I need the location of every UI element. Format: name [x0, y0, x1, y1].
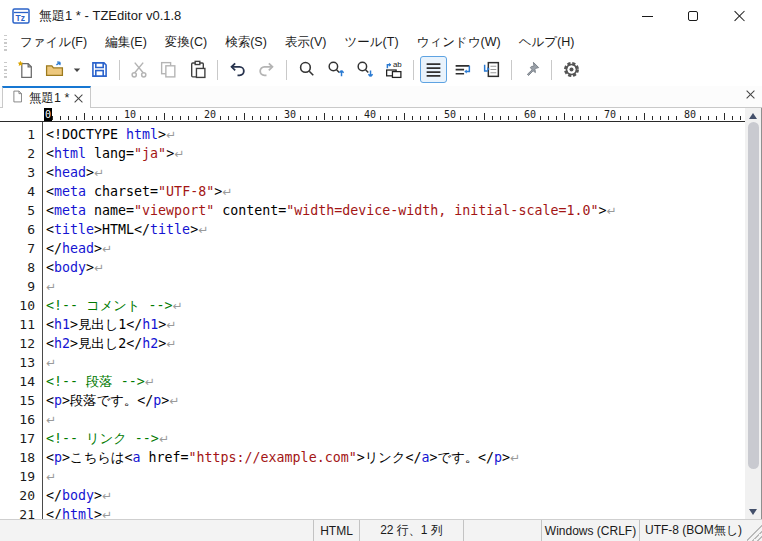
maximize-icon	[688, 11, 698, 21]
eol-mark: ↵	[159, 432, 169, 446]
cut-button[interactable]	[126, 56, 153, 83]
menu-item-5[interactable]: 表示(V)	[276, 32, 336, 53]
wrap-page-button[interactable]	[478, 56, 505, 83]
eol-mark: ↵	[94, 261, 104, 275]
line-number: 21	[0, 505, 42, 519]
code-line-17: <!-- リンク -->↵	[46, 429, 745, 448]
cut-icon	[130, 60, 149, 79]
menu-item-1[interactable]: ファイル(F)	[11, 32, 96, 53]
code-line-4: <meta charset="UTF-8">↵	[46, 182, 745, 201]
settings-button[interactable]	[558, 56, 585, 83]
eol-mark: ↵	[102, 489, 112, 503]
toolbar: ab	[0, 53, 762, 86]
replace-icon: ab	[384, 60, 403, 79]
resize-grip[interactable]	[747, 520, 762, 541]
ruler-cursor-column: 0	[44, 108, 52, 121]
search-button[interactable]	[293, 56, 320, 83]
status-file-type: HTML	[313, 520, 359, 541]
save-icon	[90, 60, 109, 79]
undo-button[interactable]	[224, 56, 251, 83]
open-file-button[interactable]	[41, 56, 68, 83]
scroll-up-button[interactable]	[745, 108, 761, 123]
code-line-19: ↵	[46, 467, 745, 486]
column-ruler: 01020304050607080	[0, 108, 745, 122]
open-dropdown-icon	[73, 66, 81, 74]
eol-mark: ↵	[102, 508, 112, 519]
vertical-scrollbar[interactable]	[745, 108, 761, 519]
undo-icon	[228, 60, 247, 79]
ruler-number: 40	[364, 108, 377, 121]
code-line-6: <title>HTML</title>↵	[46, 220, 745, 239]
wrap-off-button[interactable]	[420, 56, 447, 83]
toolbar-separator	[511, 60, 512, 80]
statusbar-spacer	[0, 520, 313, 541]
copy-button[interactable]	[155, 56, 182, 83]
toolbar-separator	[217, 60, 218, 80]
tab-untitled1[interactable]: 無題1 *	[2, 86, 91, 108]
menu-item-6[interactable]: ツール(T)	[336, 32, 408, 53]
menu-item-4[interactable]: 検索(S)	[216, 32, 276, 53]
line-number: 10	[0, 296, 42, 315]
line-number: 16	[0, 410, 42, 429]
ruler-number: 80	[684, 108, 697, 121]
minimize-button[interactable]	[624, 0, 670, 32]
menu-item-2[interactable]: 編集(E)	[96, 32, 156, 53]
code-line-12: <h2>見出し2</h2>↵	[46, 334, 745, 353]
toolbar-separator	[413, 60, 414, 80]
code-line-3: <head>↵	[46, 163, 745, 182]
save-button[interactable]	[86, 56, 113, 83]
search-up-button[interactable]	[322, 56, 349, 83]
eol-mark: ↵	[510, 451, 520, 465]
code-line-14: <!-- 段落 -->↵	[46, 372, 745, 391]
eol-mark: ↵	[606, 204, 616, 218]
menu-item-7[interactable]: ウィンドウ(W)	[408, 32, 510, 53]
tabbar-close-button[interactable]	[746, 90, 755, 99]
line-number: 11	[0, 315, 42, 334]
pin-button[interactable]	[518, 56, 545, 83]
line-number: 12	[0, 334, 42, 353]
redo-icon	[257, 60, 276, 79]
menu-item-8[interactable]: ヘルプ(H)	[510, 32, 584, 53]
eol-mark: ↵	[145, 375, 155, 389]
settings-icon	[562, 60, 581, 79]
code-line-16: ↵	[46, 410, 745, 429]
wrap-off-icon	[424, 60, 443, 79]
toolbar-grip[interactable]	[4, 62, 7, 78]
line-number: 15	[0, 391, 42, 410]
line-number: 17	[0, 429, 42, 448]
status-bar: HTML22 行、1 列Windows (CRLF)UTF-8 (BOM無し)	[0, 519, 762, 541]
maximize-button[interactable]	[670, 0, 716, 32]
search-down-button[interactable]	[351, 56, 378, 83]
wrap-window-button[interactable]	[449, 56, 476, 83]
close-button[interactable]	[716, 0, 762, 32]
code-area[interactable]: <!DOCTYPE html>↵<html lang="ja">↵<head>↵…	[43, 122, 745, 519]
line-number: 7	[0, 239, 42, 258]
code-line-9: ↵	[46, 277, 745, 296]
menubar-grip[interactable]	[4, 35, 7, 51]
ruler-number: 60	[524, 108, 537, 121]
new-file-button[interactable]	[12, 56, 39, 83]
replace-button[interactable]: ab	[380, 56, 407, 83]
scroll-up-icon	[749, 113, 757, 119]
titlebar[interactable]: Tz 無題1 * - TZEditor v0.1.8	[0, 0, 762, 32]
tab-close-icon[interactable]	[74, 94, 83, 103]
eol-mark: ↵	[46, 470, 56, 484]
search-up-icon	[326, 60, 345, 79]
eol-mark: ↵	[166, 128, 176, 142]
eol-mark: ↵	[166, 318, 176, 332]
scrollbar-thumb[interactable]	[748, 122, 759, 469]
ruler-number: 10	[124, 108, 137, 121]
redo-button[interactable]	[253, 56, 280, 83]
search-down-icon	[355, 60, 374, 79]
open-dropdown-button[interactable]	[70, 56, 84, 83]
status-line-ending: Windows (CRLF)	[541, 520, 639, 541]
tab-label: 無題1 *	[29, 90, 69, 107]
code-line-18: <p>こちらは<a href="https://example.com">リンク…	[46, 448, 745, 467]
document-icon	[11, 89, 24, 108]
menu-item-3[interactable]: 変換(C)	[156, 32, 216, 53]
ruler-number: 30	[284, 108, 297, 121]
paste-button[interactable]	[184, 56, 211, 83]
scroll-down-button[interactable]	[745, 504, 761, 519]
line-number: 20	[0, 486, 42, 505]
eol-mark: ↵	[102, 242, 112, 256]
